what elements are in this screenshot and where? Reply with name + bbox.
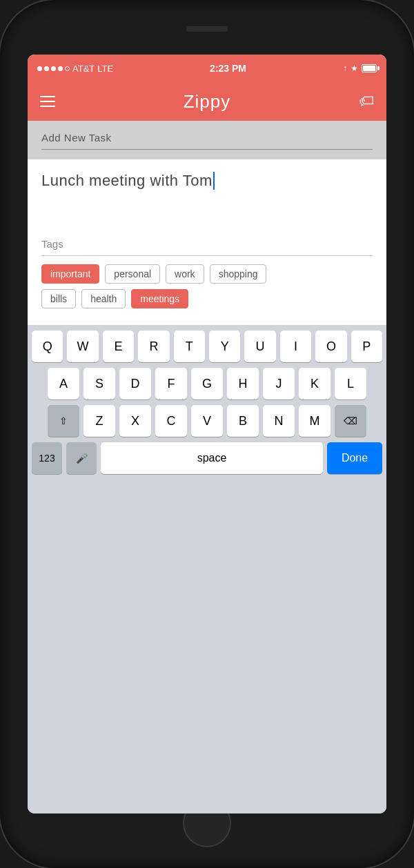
key-d[interactable]: D [119, 368, 151, 400]
menu-line-1 [40, 96, 55, 97]
key-a[interactable]: A [48, 368, 79, 400]
phone-screen: AT&T LTE 2:23 PM ↑ ★ Zippy 🏷 [28, 55, 386, 813]
location-icon: ↑ [343, 63, 347, 73]
menu-button[interactable] [40, 96, 55, 107]
key-j[interactable]: J [263, 368, 295, 400]
battery-icon [362, 64, 377, 72]
key-l[interactable]: L [335, 368, 366, 400]
key-r[interactable]: R [138, 331, 169, 362]
shift-key[interactable]: ⇧ [48, 405, 79, 437]
carrier-label: AT&T [72, 63, 95, 74]
key-y[interactable]: Y [209, 331, 240, 362]
signal-dots [37, 66, 70, 71]
key-b[interactable]: B [227, 405, 259, 437]
tag-health[interactable]: health [81, 289, 126, 308]
task-input-value: Lunch meeting with Tom [41, 172, 213, 190]
key-o[interactable]: O [315, 331, 346, 362]
key-q[interactable]: Q [32, 331, 63, 362]
key-s[interactable]: S [83, 368, 115, 400]
space-key[interactable]: space [101, 442, 323, 474]
tag-important[interactable]: important [41, 264, 99, 284]
key-z[interactable]: Z [83, 405, 115, 437]
tags-label: Tags [41, 238, 373, 256]
add-task-area: Add New Task [28, 121, 386, 159]
status-bar: AT&T LTE 2:23 PM ↑ ★ [28, 55, 386, 82]
add-task-label: Add New Task [41, 132, 373, 150]
key-i[interactable]: I [280, 331, 311, 362]
task-input-area[interactable]: Lunch meeting with Tom [28, 159, 386, 197]
tags-row-2: bills health meetings [41, 289, 373, 308]
dot2 [44, 66, 49, 71]
delete-key[interactable]: ⌫ [335, 405, 366, 437]
keyboard-bottom-row: 123 🎤 space Done [32, 442, 382, 474]
app-title: Zippy [184, 91, 231, 112]
mic-key[interactable]: 🎤 [66, 442, 97, 474]
key-e[interactable]: E [103, 331, 134, 362]
key-u[interactable]: U [244, 331, 275, 362]
status-left: AT&T LTE [37, 63, 113, 74]
keyboard-row-2: A S D F G H J K L [32, 368, 382, 400]
spacer [41, 197, 373, 238]
done-key[interactable]: Done [327, 442, 382, 474]
tags-section: Tags important personal work shopping bi… [28, 197, 386, 325]
phone-frame: AT&T LTE 2:23 PM ↑ ★ Zippy 🏷 [0, 0, 414, 868]
status-right: ↑ ★ [343, 63, 377, 73]
battery-fill [363, 66, 375, 71]
key-x[interactable]: X [119, 405, 151, 437]
key-m[interactable]: M [299, 405, 331, 437]
network-label: LTE [97, 63, 113, 74]
key-n[interactable]: N [263, 405, 295, 437]
speaker [186, 26, 228, 32]
key-v[interactable]: V [191, 405, 223, 437]
keyboard-row-3: ⇧ Z X C V B N M ⌫ [32, 405, 382, 437]
dot3 [51, 66, 56, 71]
key-c[interactable]: C [155, 405, 187, 437]
tag-meetings[interactable]: meetings [131, 289, 188, 308]
key-k[interactable]: K [299, 368, 331, 400]
numbers-key[interactable]: 123 [32, 442, 62, 474]
bluetooth-icon: ★ [351, 63, 358, 73]
key-g[interactable]: G [191, 368, 223, 400]
dot1 [37, 66, 42, 71]
task-input-text[interactable]: Lunch meeting with Tom [41, 172, 373, 190]
menu-line-3 [40, 106, 55, 107]
key-h[interactable]: H [227, 368, 259, 400]
keyboard-row-1: Q W E R T Y U I O P [32, 331, 382, 362]
menu-line-2 [40, 101, 55, 102]
keyboard: Q W E R T Y U I O P A S D F G H J K L [28, 325, 386, 813]
tags-row-1: important personal work shopping [41, 264, 373, 284]
key-w[interactable]: W [67, 331, 98, 362]
tag-personal[interactable]: personal [105, 264, 160, 284]
key-f[interactable]: F [155, 368, 187, 400]
dot5 [65, 66, 70, 71]
tag-work[interactable]: work [166, 264, 204, 284]
tag-icon[interactable]: 🏷 [359, 92, 374, 110]
tag-shopping[interactable]: shopping [210, 264, 267, 284]
app-header: Zippy 🏷 [28, 82, 386, 121]
tag-bills[interactable]: bills [41, 289, 76, 308]
dot4 [58, 66, 63, 71]
time-label: 2:23 PM [210, 63, 246, 74]
key-t[interactable]: T [174, 331, 205, 362]
key-p[interactable]: P [351, 331, 382, 362]
text-cursor [213, 172, 215, 190]
